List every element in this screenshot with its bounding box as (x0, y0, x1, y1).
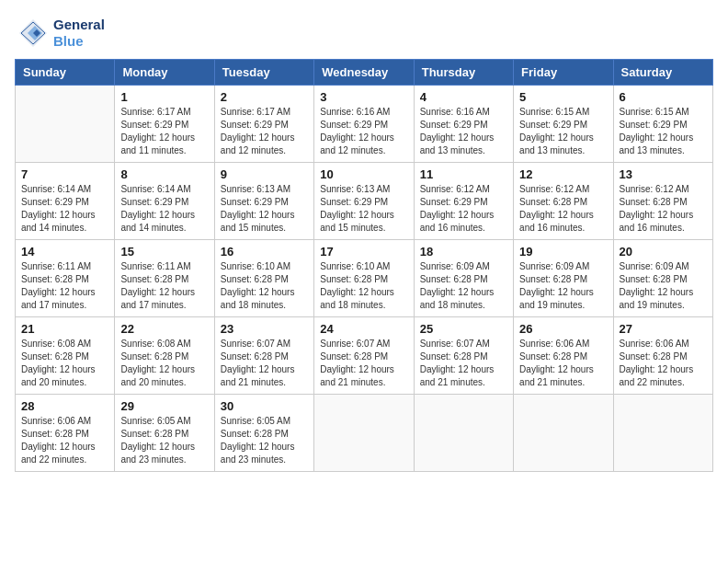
weekday-header-thursday: Thursday (414, 60, 513, 86)
day-info: Sunrise: 6:07 AMSunset: 6:28 PMDaylight:… (320, 338, 407, 389)
day-number: 17 (320, 245, 407, 259)
empty-cell (314, 395, 414, 472)
day-number: 15 (120, 245, 208, 259)
day-cell-9: 9Sunrise: 6:13 AMSunset: 6:29 PMDaylight… (214, 163, 313, 240)
day-number: 1 (120, 90, 208, 104)
day-number: 12 (519, 167, 607, 181)
day-info: Sunrise: 6:16 AMSunset: 6:29 PMDaylight:… (420, 106, 507, 157)
day-cell-2: 2Sunrise: 6:17 AMSunset: 6:29 PMDaylight… (214, 86, 313, 163)
day-info: Sunrise: 6:09 AMSunset: 6:28 PMDaylight:… (620, 260, 707, 312)
day-info: Sunrise: 6:12 AMSunset: 6:28 PMDaylight:… (519, 183, 607, 235)
day-cell-11: 11Sunrise: 6:12 AMSunset: 6:29 PMDayligh… (414, 163, 513, 240)
day-info: Sunrise: 6:09 AMSunset: 6:28 PMDaylight:… (519, 260, 607, 312)
day-cell-26: 26Sunrise: 6:06 AMSunset: 6:28 PMDayligh… (514, 317, 613, 395)
day-cell-3: 3Sunrise: 6:16 AMSunset: 6:29 PMDaylight… (314, 86, 414, 163)
day-number: 21 (21, 322, 108, 336)
day-number: 7 (21, 167, 108, 181)
day-number: 24 (320, 322, 407, 336)
day-number: 11 (420, 167, 507, 181)
day-number: 9 (221, 167, 308, 181)
day-cell-30: 30Sunrise: 6:05 AMSunset: 6:28 PMDayligh… (214, 395, 313, 472)
day-cell-5: 5Sunrise: 6:15 AMSunset: 6:29 PMDaylight… (514, 86, 613, 163)
logo: General Blue (15, 15, 105, 52)
day-info: Sunrise: 6:08 AMSunset: 6:28 PMDaylight:… (21, 338, 108, 389)
weekday-header-tuesday: Tuesday (214, 60, 313, 86)
weekday-header-sunday: Sunday (16, 60, 115, 86)
day-cell-7: 7Sunrise: 6:14 AMSunset: 6:29 PMDaylight… (16, 163, 115, 240)
day-number: 8 (120, 167, 208, 181)
day-cell-16: 16Sunrise: 6:10 AMSunset: 6:28 PMDayligh… (214, 240, 313, 317)
day-info: Sunrise: 6:13 AMSunset: 6:29 PMDaylight:… (320, 183, 407, 235)
day-info: Sunrise: 6:17 AMSunset: 6:29 PMDaylight:… (120, 106, 208, 157)
day-cell-4: 4Sunrise: 6:16 AMSunset: 6:29 PMDaylight… (414, 86, 513, 163)
day-number: 5 (519, 90, 607, 104)
day-cell-13: 13Sunrise: 6:12 AMSunset: 6:28 PMDayligh… (613, 163, 712, 240)
day-cell-18: 18Sunrise: 6:09 AMSunset: 6:28 PMDayligh… (414, 240, 513, 317)
day-number: 22 (120, 322, 208, 336)
day-info: Sunrise: 6:09 AMSunset: 6:28 PMDaylight:… (420, 260, 507, 312)
day-cell-10: 10Sunrise: 6:13 AMSunset: 6:29 PMDayligh… (314, 163, 414, 240)
logo-icon (15, 15, 51, 52)
day-cell-22: 22Sunrise: 6:08 AMSunset: 6:28 PMDayligh… (115, 317, 214, 395)
day-cell-27: 27Sunrise: 6:06 AMSunset: 6:28 PMDayligh… (613, 317, 712, 395)
day-info: Sunrise: 6:11 AMSunset: 6:28 PMDaylight:… (120, 260, 208, 312)
day-info: Sunrise: 6:11 AMSunset: 6:28 PMDaylight:… (21, 260, 108, 312)
day-number: 30 (221, 399, 308, 413)
day-info: Sunrise: 6:12 AMSunset: 6:29 PMDaylight:… (420, 183, 507, 235)
weekday-header-wednesday: Wednesday (314, 60, 414, 86)
day-number: 27 (620, 322, 707, 336)
weekday-header-saturday: Saturday (613, 60, 712, 86)
empty-cell (514, 395, 613, 472)
day-info: Sunrise: 6:05 AMSunset: 6:28 PMDaylight:… (120, 415, 208, 466)
day-cell-21: 21Sunrise: 6:08 AMSunset: 6:28 PMDayligh… (16, 317, 115, 395)
day-cell-24: 24Sunrise: 6:07 AMSunset: 6:28 PMDayligh… (314, 317, 414, 395)
day-number: 20 (620, 245, 707, 259)
day-info: Sunrise: 6:12 AMSunset: 6:28 PMDaylight:… (620, 183, 707, 235)
day-number: 2 (221, 90, 308, 104)
day-info: Sunrise: 6:06 AMSunset: 6:28 PMDaylight:… (21, 415, 108, 466)
day-info: Sunrise: 6:05 AMSunset: 6:28 PMDaylight:… (221, 415, 308, 466)
day-cell-29: 29Sunrise: 6:05 AMSunset: 6:28 PMDayligh… (115, 395, 214, 472)
empty-cell (613, 395, 712, 472)
calendar-table: SundayMondayTuesdayWednesdayThursdayFrid… (15, 59, 713, 472)
day-info: Sunrise: 6:17 AMSunset: 6:29 PMDaylight:… (221, 106, 308, 157)
day-number: 10 (320, 167, 407, 181)
day-number: 28 (21, 399, 108, 413)
day-cell-19: 19Sunrise: 6:09 AMSunset: 6:28 PMDayligh… (514, 240, 613, 317)
day-info: Sunrise: 6:07 AMSunset: 6:28 PMDaylight:… (221, 338, 308, 389)
logo-blue: Blue (53, 33, 105, 50)
day-number: 19 (519, 245, 607, 259)
day-number: 16 (221, 245, 308, 259)
day-cell-6: 6Sunrise: 6:15 AMSunset: 6:29 PMDaylight… (613, 86, 712, 163)
day-cell-12: 12Sunrise: 6:12 AMSunset: 6:28 PMDayligh… (514, 163, 613, 240)
day-cell-17: 17Sunrise: 6:10 AMSunset: 6:28 PMDayligh… (314, 240, 414, 317)
day-info: Sunrise: 6:16 AMSunset: 6:29 PMDaylight:… (320, 106, 407, 157)
day-cell-28: 28Sunrise: 6:06 AMSunset: 6:28 PMDayligh… (16, 395, 115, 472)
day-info: Sunrise: 6:13 AMSunset: 6:29 PMDaylight:… (221, 183, 308, 235)
day-number: 6 (620, 90, 707, 104)
day-cell-8: 8Sunrise: 6:14 AMSunset: 6:29 PMDaylight… (115, 163, 214, 240)
day-info: Sunrise: 6:06 AMSunset: 6:28 PMDaylight:… (519, 338, 607, 389)
logo-name: General (53, 17, 105, 33)
day-number: 23 (221, 322, 308, 336)
empty-cell (16, 86, 115, 163)
day-info: Sunrise: 6:14 AMSunset: 6:29 PMDaylight:… (21, 183, 108, 235)
empty-cell (414, 395, 513, 472)
day-cell-14: 14Sunrise: 6:11 AMSunset: 6:28 PMDayligh… (16, 240, 115, 317)
day-number: 29 (120, 399, 208, 413)
day-cell-15: 15Sunrise: 6:11 AMSunset: 6:28 PMDayligh… (115, 240, 214, 317)
day-info: Sunrise: 6:15 AMSunset: 6:29 PMDaylight:… (620, 106, 707, 157)
weekday-header-friday: Friday (514, 60, 613, 86)
day-number: 3 (320, 90, 407, 104)
day-info: Sunrise: 6:07 AMSunset: 6:28 PMDaylight:… (420, 338, 507, 389)
day-cell-23: 23Sunrise: 6:07 AMSunset: 6:28 PMDayligh… (214, 317, 313, 395)
day-info: Sunrise: 6:10 AMSunset: 6:28 PMDaylight:… (320, 260, 407, 312)
day-number: 13 (620, 167, 707, 181)
day-number: 25 (420, 322, 507, 336)
day-info: Sunrise: 6:06 AMSunset: 6:28 PMDaylight:… (620, 338, 707, 389)
day-number: 4 (420, 90, 507, 104)
day-number: 18 (420, 245, 507, 259)
day-info: Sunrise: 6:15 AMSunset: 6:29 PMDaylight:… (519, 106, 607, 157)
day-cell-20: 20Sunrise: 6:09 AMSunset: 6:28 PMDayligh… (613, 240, 712, 317)
day-number: 14 (21, 245, 108, 259)
